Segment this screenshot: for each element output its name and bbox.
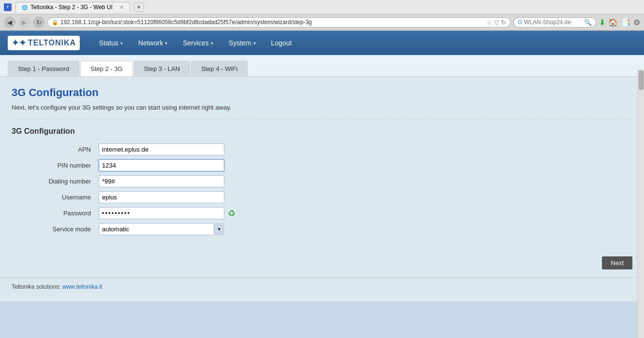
content-area: 3G Configuration Next, let's configure y… bbox=[0, 77, 644, 249]
apn-input[interactable] bbox=[99, 143, 224, 155]
top-nav: ✦✦ TELTONIKA Status ▾ Network ▾ Services… bbox=[0, 31, 644, 55]
refresh-address-icon[interactable]: ↻ bbox=[501, 19, 506, 26]
logo-area: ✦✦ TELTONIKA bbox=[8, 36, 91, 50]
forward-button[interactable]: ▶ bbox=[18, 16, 30, 28]
refresh-icon: ♻ bbox=[228, 208, 235, 219]
nav-status-arrow: ▾ bbox=[120, 41, 123, 46]
browser-toolbar: ◀ ▶ ↻ 🔒 ☆ ▽ ↻ G 🔍 ⬇ 🏠 📑 ⚙ bbox=[0, 14, 644, 30]
wizard-tab-step3[interactable]: Step 3 - LAN bbox=[134, 61, 190, 76]
browser-chrome: T 🌐 Teltonika - Step 2 - 3G - Web UI ✕ +… bbox=[0, 0, 644, 31]
reload-button[interactable]: ↻ bbox=[33, 16, 44, 28]
dialing-input[interactable] bbox=[99, 175, 224, 187]
browser-favicon: T bbox=[4, 3, 12, 11]
search-input[interactable] bbox=[524, 19, 582, 26]
username-label: Username bbox=[12, 194, 99, 201]
nav-item-services[interactable]: Services ▾ bbox=[175, 32, 221, 54]
form-row-apn: APN bbox=[12, 143, 632, 155]
form-row-service-mode: Service mode automatic 3G only 2G only ▾ bbox=[12, 223, 632, 235]
address-bar-container: 🔒 ☆ ▽ ↻ bbox=[47, 17, 511, 28]
address-bar-actions: ☆ ▽ ↻ bbox=[486, 19, 506, 26]
page-wrapper: ✦✦ TELTONIKA Status ▾ Network ▾ Services… bbox=[0, 31, 644, 301]
next-btn-row: Next bbox=[0, 249, 644, 277]
nav-status-label: Status bbox=[99, 39, 118, 47]
next-button[interactable]: Next bbox=[602, 256, 632, 269]
star-icon[interactable]: ☆ bbox=[486, 19, 492, 26]
apn-label: APN bbox=[12, 146, 99, 153]
dialing-label: Dialing number bbox=[12, 178, 99, 185]
settings-icon[interactable]: ⚙ bbox=[633, 18, 640, 27]
nav-services-arrow: ▾ bbox=[211, 41, 213, 46]
service-mode-select[interactable]: automatic 3G only 2G only bbox=[99, 223, 224, 235]
logo-box: ✦✦ TELTONIKA bbox=[8, 36, 80, 50]
form-row-password: Password ♻ bbox=[12, 207, 632, 219]
nav-logout-label: Logout bbox=[271, 39, 292, 47]
nav-network-label: Network bbox=[138, 39, 163, 47]
browser-favicon-small: 🌐 bbox=[22, 5, 28, 10]
toolbar-icons: ⬇ 🏠 📑 ⚙ bbox=[599, 18, 640, 27]
form-row-dialing: Dialing number bbox=[12, 175, 632, 187]
nav-network-arrow: ▾ bbox=[165, 41, 167, 46]
nav-item-network[interactable]: Network ▾ bbox=[131, 32, 175, 54]
search-icon[interactable]: 🔍 bbox=[584, 19, 592, 26]
wizard-tab-step2[interactable]: Step 2 - 3G bbox=[80, 61, 132, 76]
footer-text: Teltonika solutions: bbox=[12, 283, 62, 290]
back-button[interactable]: ◀ bbox=[4, 16, 15, 28]
nav-item-system[interactable]: System ▾ bbox=[221, 32, 263, 54]
pin-label: PIN number bbox=[12, 162, 99, 169]
wizard-tab-step4-label: Step 4 - WiFi bbox=[201, 65, 237, 72]
page-description: Next, let's configure your 3G settings s… bbox=[12, 104, 632, 119]
form-row-pin: PIN number bbox=[12, 159, 632, 171]
footer-link[interactable]: www.teltonika.lt bbox=[62, 283, 102, 290]
nav-system-label: System bbox=[229, 39, 251, 47]
logo-icon: ✦✦ bbox=[12, 38, 26, 48]
search-provider-icon: G bbox=[518, 19, 522, 26]
pin-input[interactable] bbox=[99, 159, 224, 171]
username-input[interactable] bbox=[99, 191, 224, 203]
browser-tab[interactable]: 🌐 Teltonika - Step 2 - 3G - Web UI ✕ bbox=[15, 2, 130, 12]
logo-text: TELTONIKA bbox=[28, 39, 76, 47]
service-mode-label: Service mode bbox=[12, 225, 99, 233]
address-input[interactable] bbox=[60, 19, 484, 26]
browser-tab-title: Teltonika - Step 2 - 3G - Web UI bbox=[30, 4, 113, 11]
password-input[interactable] bbox=[99, 207, 224, 219]
scrollbar[interactable] bbox=[637, 70, 644, 338]
nav-services-label: Services bbox=[183, 39, 209, 47]
new-tab-button[interactable]: + bbox=[134, 2, 144, 12]
password-label: Password bbox=[12, 210, 99, 217]
home-icon[interactable]: 🏠 bbox=[608, 18, 618, 27]
password-field-container: ♻ bbox=[99, 207, 237, 219]
bookmarks-icon[interactable]: 📑 bbox=[621, 18, 630, 27]
browser-titlebar: T 🌐 Teltonika - Step 2 - 3G - Web UI ✕ + bbox=[0, 0, 644, 14]
nav-system-arrow: ▾ bbox=[253, 41, 256, 46]
service-mode-select-wrapper: automatic 3G only 2G only ▾ bbox=[99, 223, 224, 235]
form-section-title: 3G Configuration bbox=[12, 127, 632, 136]
wizard-tab-step3-label: Step 3 - LAN bbox=[144, 65, 180, 72]
scrollbar-thumb[interactable] bbox=[639, 70, 644, 90]
nav-item-status[interactable]: Status ▾ bbox=[91, 32, 131, 54]
form-row-username: Username bbox=[12, 191, 632, 203]
down-arrow-icon[interactable]: ▽ bbox=[494, 19, 499, 26]
password-refresh-button[interactable]: ♻ bbox=[226, 208, 237, 219]
wizard-tab-step4[interactable]: Step 4 - WiFi bbox=[191, 61, 248, 76]
wizard-tab-step1[interactable]: Step 1 - Password bbox=[8, 61, 79, 76]
close-icon[interactable]: ✕ bbox=[119, 4, 124, 11]
search-container: G 🔍 bbox=[513, 17, 596, 28]
page-title: 3G Configuration bbox=[12, 86, 632, 99]
wizard-tab-step2-label: Step 2 - 3G bbox=[90, 65, 122, 72]
wizard-tab-step1-label: Step 1 - Password bbox=[18, 65, 69, 72]
lock-icon: 🔒 bbox=[52, 19, 59, 26]
nav-item-logout[interactable]: Logout bbox=[263, 32, 300, 54]
wizard-tabs: Step 1 - Password Step 2 - 3G Step 3 - L… bbox=[0, 55, 644, 77]
page-footer: Teltonika solutions: www.teltonika.lt bbox=[0, 277, 644, 296]
nav-items: Status ▾ Network ▾ Services ▾ System ▾ L… bbox=[91, 32, 299, 54]
download-icon[interactable]: ⬇ bbox=[599, 18, 605, 27]
